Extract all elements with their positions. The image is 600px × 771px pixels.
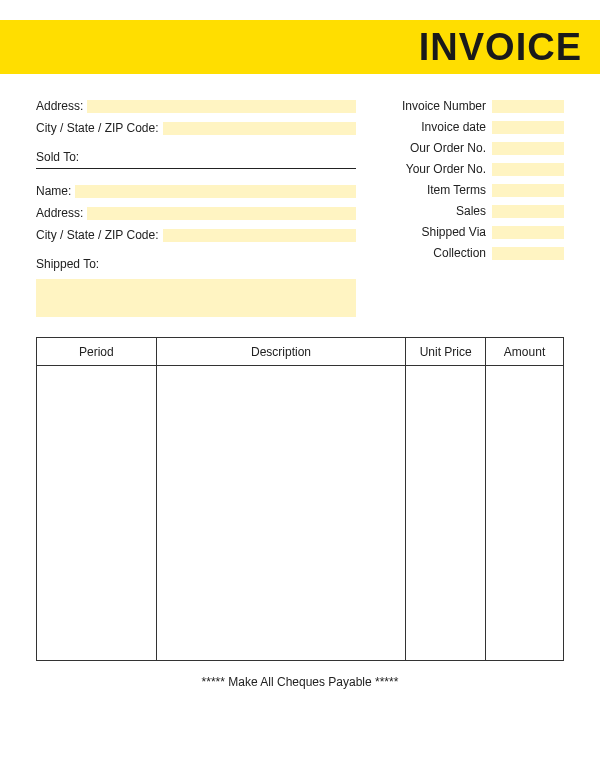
soldto-address-label: Address: xyxy=(36,207,83,219)
page-title: INVOICE xyxy=(419,26,582,69)
your-order-input[interactable] xyxy=(492,163,564,176)
collection-input[interactable] xyxy=(492,247,564,260)
sales-label: Sales xyxy=(456,204,486,218)
footer-cheques: ***** Make All Cheques Payable ***** xyxy=(0,675,600,689)
our-order-label: Our Order No. xyxy=(410,141,486,155)
col-unit-price-header: Unit Price xyxy=(406,338,486,366)
cell-amount[interactable] xyxy=(486,366,564,661)
meta-our-order: Our Order No. xyxy=(386,140,564,156)
cell-description[interactable] xyxy=(156,366,405,661)
invoice-date-label: Invoice date xyxy=(421,120,486,134)
sold-to-title: Sold To: xyxy=(36,150,356,169)
invoice-number-label: Invoice Number xyxy=(402,99,486,113)
from-address-label: Address: xyxy=(36,100,83,112)
soldto-address-row: Address: xyxy=(36,205,356,221)
from-address-row: Address: xyxy=(36,98,356,114)
soldto-name-row: Name: xyxy=(36,183,356,199)
top-row: Address: City / State / ZIP Code: Sold T… xyxy=(36,98,564,317)
cell-unit-price[interactable] xyxy=(406,366,486,661)
right-column: Invoice Number Invoice date Our Order No… xyxy=(386,98,564,317)
soldto-citystatezip-row: City / State / ZIP Code: xyxy=(36,227,356,243)
sales-input[interactable] xyxy=(492,205,564,218)
meta-invoice-number: Invoice Number xyxy=(386,98,564,114)
from-citystatezip-label: City / State / ZIP Code: xyxy=(36,122,159,134)
soldto-citystatezip-input[interactable] xyxy=(163,229,357,242)
our-order-input[interactable] xyxy=(492,142,564,155)
from-citystatezip-row: City / State / ZIP Code: xyxy=(36,120,356,136)
soldto-name-input[interactable] xyxy=(75,185,356,198)
meta-shipped-via: Shipped Via xyxy=(386,224,564,240)
from-address-input[interactable] xyxy=(87,100,356,113)
col-description-header: Description xyxy=(156,338,405,366)
item-terms-input[interactable] xyxy=(492,184,564,197)
soldto-citystatezip-label: City / State / ZIP Code: xyxy=(36,229,159,241)
item-terms-label: Item Terms xyxy=(427,183,486,197)
content: Address: City / State / ZIP Code: Sold T… xyxy=(0,74,600,317)
from-citystatezip-input[interactable] xyxy=(163,122,357,135)
meta-item-terms: Item Terms xyxy=(386,182,564,198)
shipped-to-title: Shipped To: xyxy=(36,257,356,271)
meta-your-order: Your Order No. xyxy=(386,161,564,177)
table-row xyxy=(37,366,564,661)
col-amount-header: Amount xyxy=(486,338,564,366)
line-items-table: Period Description Unit Price Amount xyxy=(36,337,564,661)
soldto-address-input[interactable] xyxy=(87,207,356,220)
left-column: Address: City / State / ZIP Code: Sold T… xyxy=(36,98,356,317)
meta-collection: Collection xyxy=(386,245,564,261)
invoice-number-input[interactable] xyxy=(492,100,564,113)
your-order-label: Your Order No. xyxy=(406,162,486,176)
header-band: INVOICE xyxy=(0,20,600,74)
cell-period[interactable] xyxy=(37,366,157,661)
col-period-header: Period xyxy=(37,338,157,366)
meta-sales: Sales xyxy=(386,203,564,219)
collection-label: Collection xyxy=(433,246,486,260)
soldto-name-label: Name: xyxy=(36,185,71,197)
invoice-date-input[interactable] xyxy=(492,121,564,134)
table-header-row: Period Description Unit Price Amount xyxy=(37,338,564,366)
meta-invoice-date: Invoice date xyxy=(386,119,564,135)
shipped-via-input[interactable] xyxy=(492,226,564,239)
shipped-via-label: Shipped Via xyxy=(422,225,487,239)
shipped-to-input[interactable] xyxy=(36,279,356,317)
